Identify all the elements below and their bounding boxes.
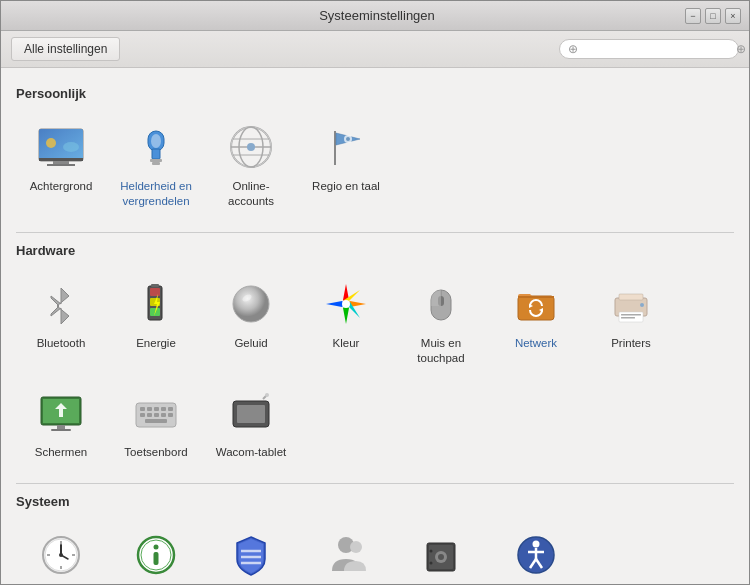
energie-icon xyxy=(130,278,182,330)
gebruikersaccounts-icon xyxy=(320,529,372,581)
svg-rect-69 xyxy=(145,419,167,423)
svg-rect-63 xyxy=(168,407,173,411)
search-icon-right: ⊕ xyxy=(736,42,746,56)
maximize-button[interactable]: □ xyxy=(705,8,721,24)
svg-point-2 xyxy=(46,138,56,148)
search-icon-left: ⊕ xyxy=(568,42,578,56)
kleur-label: Kleur xyxy=(333,336,360,351)
svg-point-39 xyxy=(342,300,350,308)
toetsenbord-label: Toetsenbord xyxy=(124,445,187,460)
svg-rect-66 xyxy=(154,413,159,417)
svg-point-73 xyxy=(265,393,269,397)
firewall-instellingen-icon xyxy=(225,529,277,581)
datum-en-tijd-icon xyxy=(35,529,87,581)
muis-en-touchpad-icon xyxy=(415,278,467,330)
item-toetsenbord[interactable]: Toetsenbord xyxy=(111,379,201,468)
geluid-icon xyxy=(225,278,277,330)
section-title-hardware: Hardware xyxy=(16,243,734,258)
svg-rect-25 xyxy=(151,284,159,287)
wacom-tablet-icon xyxy=(225,387,277,439)
toolbar: Alle instellingen ⊕ ⊕ xyxy=(1,31,749,68)
item-helderheid[interactable]: Helderheid en vergrendelen xyxy=(111,113,201,217)
main-window: Systeeminstellingen − □ × Alle instellin… xyxy=(0,0,750,585)
energie-label: Energie xyxy=(136,336,176,351)
muis-en-touchpad-label: Muis entouchpad xyxy=(417,336,464,366)
svg-point-99 xyxy=(533,540,540,547)
item-geluid[interactable]: Geluid xyxy=(206,270,296,374)
close-button[interactable]: × xyxy=(725,8,741,24)
item-firewall-instellingen[interactable]: Firewall-instellingen xyxy=(206,521,296,584)
svg-point-29 xyxy=(233,286,269,322)
svg-rect-86 xyxy=(154,552,159,565)
svg-rect-62 xyxy=(161,407,166,411)
svg-rect-6 xyxy=(47,164,75,166)
item-kleur[interactable]: Kleur xyxy=(301,270,391,374)
minimize-button[interactable]: − xyxy=(685,8,701,24)
search-box: ⊕ ⊕ xyxy=(559,39,739,59)
item-universele-toegang[interactable]: Universeletoegang xyxy=(491,521,581,584)
online-accounts-icon xyxy=(225,121,277,173)
titlebar: Systeeminstellingen − □ × xyxy=(1,1,749,31)
item-printers[interactable]: Printers xyxy=(586,270,676,374)
item-schermen[interactable]: Schermen xyxy=(16,379,106,468)
item-gebruikersaccounts[interactable]: Gebruikersacc… xyxy=(301,521,391,584)
svg-rect-65 xyxy=(147,413,152,417)
bluetooth-icon xyxy=(35,278,87,330)
item-details[interactable]: Details xyxy=(111,521,201,584)
window-title: Systeeminstellingen xyxy=(69,8,685,23)
geluid-label: Geluid xyxy=(234,336,267,351)
systeem-grid: Datum en tijd Details xyxy=(16,521,734,584)
bluetooth-label: Bluetooth xyxy=(37,336,86,351)
item-reservekopieën[interactable]: Reservekopieën xyxy=(396,521,486,584)
section-title-systeem: Systeem xyxy=(16,494,734,509)
achtergrond-icon xyxy=(35,121,87,173)
svg-point-91 xyxy=(350,541,362,553)
svg-rect-60 xyxy=(147,407,152,411)
svg-rect-48 xyxy=(619,294,643,300)
reservekopieën-icon xyxy=(415,529,467,581)
svg-rect-4 xyxy=(39,158,83,161)
hardware-grid: Bluetooth Energie xyxy=(16,270,734,468)
svg-rect-59 xyxy=(140,407,145,411)
schermen-icon xyxy=(35,387,87,439)
section-title-persoonlijk: Persoonlijk xyxy=(16,86,734,101)
regio-en-taal-icon xyxy=(320,121,372,173)
item-bluetooth[interactable]: Bluetooth xyxy=(16,270,106,374)
regio-en-taal-label: Regio en taal xyxy=(312,179,380,194)
svg-rect-61 xyxy=(154,407,159,411)
content-area: Persoonlijk xyxy=(1,68,749,584)
svg-rect-28 xyxy=(150,288,160,296)
svg-point-52 xyxy=(640,303,644,307)
helderheid-label: Helderheid en vergrendelen xyxy=(116,179,196,209)
divider-systeem xyxy=(16,483,734,484)
printers-label: Printers xyxy=(611,336,651,351)
svg-rect-56 xyxy=(57,425,65,429)
svg-rect-50 xyxy=(621,314,641,316)
svg-point-97 xyxy=(430,561,433,564)
svg-rect-68 xyxy=(168,413,173,417)
item-muis-en-touchpad[interactable]: Muis entouchpad xyxy=(396,270,486,374)
divider-hardware xyxy=(16,232,734,233)
svg-rect-8 xyxy=(152,149,160,159)
netwerk-icon xyxy=(510,278,562,330)
item-wacom-tablet[interactable]: Wacom-tablet xyxy=(206,379,296,468)
toetsenbord-icon xyxy=(130,387,182,439)
svg-rect-67 xyxy=(161,413,166,417)
item-datum-en-tijd[interactable]: Datum en tijd xyxy=(16,521,106,584)
achtergrond-label: Achtergrond xyxy=(30,179,93,194)
svg-rect-71 xyxy=(237,405,265,423)
item-online-accounts[interactable]: Online-accounts xyxy=(206,113,296,217)
search-input[interactable] xyxy=(582,42,732,56)
item-achtergrond[interactable]: Achtergrond xyxy=(16,113,106,217)
svg-rect-5 xyxy=(53,161,69,164)
universele-toegang-icon xyxy=(510,529,562,581)
svg-point-85 xyxy=(154,544,159,549)
item-netwerk[interactable]: Netwerk xyxy=(491,270,581,374)
svg-point-95 xyxy=(438,554,444,560)
persoonlijk-grid: Achtergrond Helderheid en vergrendelen xyxy=(16,113,734,217)
all-settings-button[interactable]: Alle instellingen xyxy=(11,37,120,61)
item-energie[interactable]: Energie xyxy=(111,270,201,374)
svg-rect-57 xyxy=(51,429,71,431)
item-regio-en-taal[interactable]: Regio en taal xyxy=(301,113,391,217)
details-icon xyxy=(130,529,182,581)
